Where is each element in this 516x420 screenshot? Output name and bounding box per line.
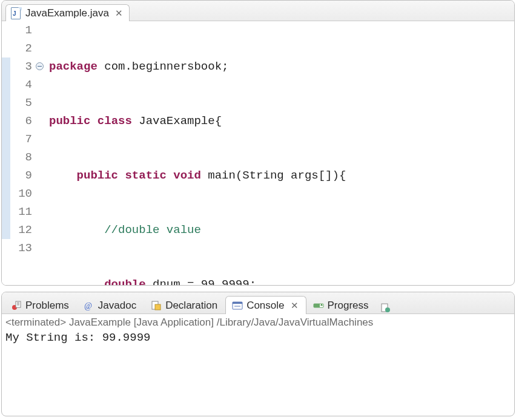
editor-body[interactable]: 1 2 3 4 5 6 7 8 9 10 11 12 13 package co… — [2, 21, 514, 285]
bottom-panel: Problems @ Javadoc Declaration Console ✕ — [1, 292, 515, 416]
tab-problems[interactable]: Problems — [4, 296, 77, 314]
svg-text:@: @ — [84, 301, 92, 310]
svg-point-10 — [385, 307, 390, 312]
tab-label: Console — [246, 300, 284, 312]
svg-rect-4 — [155, 304, 160, 310]
svg-rect-6 — [233, 302, 242, 304]
console-output-line: My String is: 99.9999 — [5, 330, 511, 344]
tab-label: Progress — [328, 300, 369, 312]
code-line[interactable]: //double value — [47, 221, 514, 239]
code-line[interactable]: public class JavaExample{ — [47, 112, 514, 130]
console-icon — [232, 300, 243, 311]
tab-console[interactable]: Console ✕ — [225, 296, 306, 314]
line-number: 10 — [10, 185, 32, 203]
tab-label: Javadoc — [98, 300, 136, 312]
line-number: 3 — [10, 57, 32, 76]
line-number: 7 — [10, 130, 32, 148]
java-file-icon: J — [11, 7, 22, 19]
line-number: 12 — [10, 221, 32, 239]
tab-declaration[interactable]: Declaration — [144, 296, 225, 314]
tab-label: Problems — [25, 300, 69, 312]
fold-toggle-icon[interactable] — [36, 62, 44, 70]
console-meta: <terminated> JavaExample [Java Applicati… — [5, 315, 511, 330]
editor-tab-label: JavaExample.java — [25, 7, 109, 19]
editor-tabstrip: J JavaExample.java ✕ — [2, 1, 514, 21]
console-body: <terminated> JavaExample [Java Applicati… — [2, 314, 514, 347]
line-number: 6 — [10, 112, 32, 130]
progress-icon — [313, 300, 324, 311]
line-number: 5 — [10, 94, 32, 112]
annotation-ruler — [2, 21, 10, 285]
close-icon[interactable]: ✕ — [291, 300, 299, 311]
pin-icon[interactable] — [380, 303, 391, 313]
tab-javadoc[interactable]: @ Javadoc — [77, 296, 144, 314]
tab-label: Declaration — [165, 300, 217, 312]
line-number-gutter: 1 2 3 4 5 6 7 8 9 10 11 12 13 — [10, 21, 36, 285]
tab-progress[interactable]: Progress — [306, 296, 377, 314]
line-number: 4 — [10, 76, 32, 94]
code-line[interactable]: public static void main(String args[]){ — [47, 166, 514, 185]
svg-rect-8 — [314, 304, 320, 307]
line-number: 9 — [10, 166, 32, 185]
line-number: 2 — [10, 39, 32, 57]
problems-icon — [11, 300, 22, 311]
line-number: 11 — [10, 203, 32, 221]
code-area[interactable]: package com.beginnersbook; public class … — [47, 21, 514, 285]
line-number: 8 — [10, 148, 32, 166]
javadoc-icon: @ — [84, 300, 94, 311]
editor-tab-javaexample[interactable]: J JavaExample.java ✕ — [5, 4, 130, 21]
code-line[interactable]: package com.beginnersbook; — [47, 57, 514, 76]
line-number: 1 — [10, 21, 32, 39]
declaration-icon — [151, 300, 162, 311]
editor-panel: J JavaExample.java ✕ 1 2 3 — [1, 0, 515, 286]
code-line[interactable]: double dnum = 99.9999; — [47, 275, 514, 286]
bottom-tabstrip: Problems @ Javadoc Declaration Console ✕ — [2, 292, 514, 314]
line-number: 13 — [10, 239, 32, 257]
close-icon[interactable]: ✕ — [115, 8, 123, 19]
fold-gutter — [36, 21, 47, 285]
